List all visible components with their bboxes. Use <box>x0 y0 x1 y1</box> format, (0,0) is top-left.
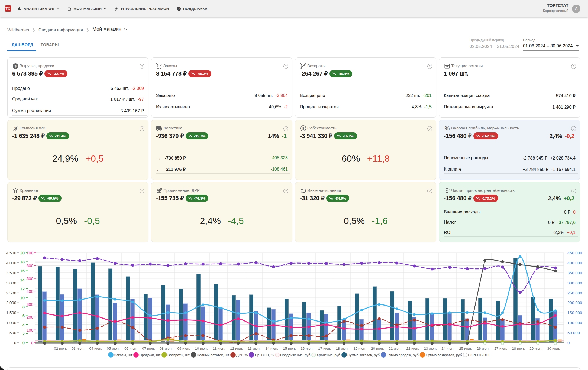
svg-text:26 июн.: 26 июн. <box>477 346 490 350</box>
svg-text:03 июн.: 03 июн. <box>72 346 85 350</box>
svg-text:09 июн.: 09 июн. <box>177 346 190 350</box>
svg-text:3 500: 3 500 <box>6 271 16 275</box>
svg-text:450 000: 450 000 <box>567 251 582 255</box>
svg-text:18: 18 <box>20 259 25 264</box>
svg-text:27 июн.: 27 июн. <box>494 346 507 350</box>
svg-text:400: 400 <box>27 289 33 294</box>
svg-text:29 июн.: 29 июн. <box>529 346 542 350</box>
svg-text:30 июн.: 30 июн. <box>547 346 560 350</box>
svg-text:02 июн.: 02 июн. <box>54 346 67 350</box>
svg-text:2: 2 <box>22 332 25 336</box>
svg-text:12 июн.: 12 июн. <box>230 346 243 350</box>
svg-text:150 000: 150 000 <box>567 310 582 315</box>
svg-text:?: ? <box>178 7 180 10</box>
svg-text:24 июн.: 24 июн. <box>441 346 454 350</box>
svg-text:200: 200 <box>27 315 33 319</box>
svg-text:06 июн.: 06 июн. <box>124 346 137 350</box>
svg-text:18 июн.: 18 июн. <box>336 346 349 350</box>
svg-text:?: ? <box>141 189 143 193</box>
svg-text:28 июн.: 28 июн. <box>512 346 525 350</box>
svg-text:2 000: 2 000 <box>6 300 16 305</box>
svg-text:17 июн.: 17 июн. <box>318 346 331 350</box>
svg-text:100 000: 100 000 <box>567 320 582 325</box>
svg-text:350 000: 350 000 <box>567 271 582 275</box>
svg-text:0: 0 <box>567 340 570 345</box>
svg-text:10: 10 <box>20 296 25 300</box>
svg-text:2 500: 2 500 <box>6 291 16 295</box>
svg-text:15 июн.: 15 июн. <box>283 346 296 350</box>
svg-text:20 июн.: 20 июн. <box>371 346 384 350</box>
svg-text:19 июн.: 19 июн. <box>353 346 366 350</box>
svg-text:04 июн.: 04 июн. <box>89 346 102 350</box>
svg-text:400 000: 400 000 <box>567 261 582 265</box>
svg-text:4: 4 <box>22 323 25 327</box>
svg-text:$: $ <box>302 126 304 131</box>
svg-text:1 000: 1 000 <box>6 320 16 325</box>
svg-text:10 июн.: 10 июн. <box>195 346 208 350</box>
svg-text:1 500: 1 500 <box>6 310 16 315</box>
svg-text:3 000: 3 000 <box>6 281 16 285</box>
svg-text:16 июн.: 16 июн. <box>301 346 314 350</box>
svg-text:08 июн.: 08 июн. <box>160 346 173 350</box>
svg-text:25 июн.: 25 июн. <box>459 346 472 350</box>
svg-text:?: ? <box>429 65 431 68</box>
svg-text:16: 16 <box>20 268 25 273</box>
svg-text:?: ? <box>141 127 143 130</box>
svg-text:$: $ <box>14 64 17 68</box>
svg-text:13 июн.: 13 июн. <box>248 346 261 350</box>
svg-text:4 000: 4 000 <box>6 261 16 265</box>
svg-text:21 июн.: 21 июн. <box>389 346 402 350</box>
svg-text:500: 500 <box>9 330 16 335</box>
svg-text:14 июн.: 14 июн. <box>265 346 278 350</box>
svg-text:?: ? <box>285 189 287 193</box>
svg-text:22 июн.: 22 июн. <box>406 346 419 350</box>
svg-text:?: ? <box>573 189 574 193</box>
svg-text:?: ? <box>285 65 287 68</box>
svg-text:700: 700 <box>27 251 33 255</box>
svg-text:11 июн.: 11 июн. <box>213 346 225 350</box>
svg-text:20: 20 <box>20 251 25 255</box>
svg-text:14: 14 <box>20 278 25 282</box>
svg-text:0: 0 <box>14 340 16 345</box>
svg-text:6: 6 <box>22 313 25 318</box>
svg-text:?: ? <box>285 127 287 130</box>
svg-text:300 000: 300 000 <box>567 281 582 285</box>
svg-text:300: 300 <box>27 302 33 307</box>
svg-text:07 июн.: 07 июн. <box>142 346 155 350</box>
svg-text:23 июн.: 23 июн. <box>424 346 437 350</box>
svg-text:4 500: 4 500 <box>6 251 16 255</box>
svg-text:8: 8 <box>22 304 25 309</box>
svg-text:100: 100 <box>27 328 33 332</box>
svg-text:?: ? <box>573 127 574 130</box>
svg-text:250 000: 250 000 <box>567 291 582 295</box>
svg-text:?: ? <box>429 189 431 193</box>
svg-text:?: ? <box>429 127 431 130</box>
svg-text:%: % <box>445 125 450 131</box>
svg-text:200 000: 200 000 <box>567 300 582 305</box>
svg-text:?: ? <box>573 65 574 68</box>
svg-text:600: 600 <box>27 263 33 268</box>
svg-text:50 000: 50 000 <box>567 330 580 335</box>
svg-text:?: ? <box>141 65 143 68</box>
svg-text:05 июн.: 05 июн. <box>107 346 120 350</box>
svg-text:0: 0 <box>22 340 25 345</box>
svg-text:12: 12 <box>20 287 25 291</box>
svg-text:500: 500 <box>27 276 33 281</box>
svg-text:0: 0 <box>31 340 33 345</box>
